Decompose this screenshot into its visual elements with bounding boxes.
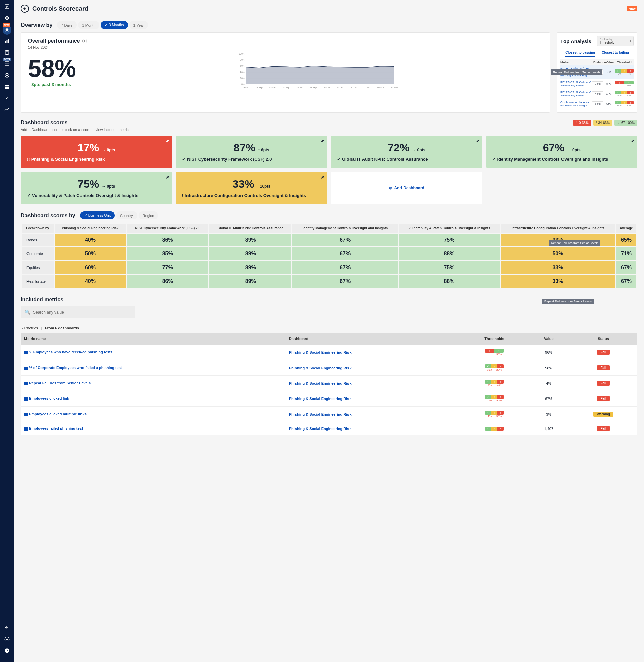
range-pill[interactable]: 1 Month [78,21,100,29]
nav-help-icon[interactable]: ? [4,647,10,654]
metric-value: 1,407 [528,422,570,435]
nav-scorecard-icon[interactable]: NEW [4,26,10,33]
dashboard-link[interactable]: Phishing & Social Engineering Risk [289,381,351,385]
metric-link[interactable]: Employees clicked multiple links [29,412,87,416]
breakdown-cell[interactable]: 67% [293,247,397,260]
range-pill[interactable]: 1 Year [130,21,148,29]
breakdown-cell[interactable]: 89% [209,261,292,274]
ta-metric-link[interactable]: PR.PS-02: % Critical &Vulnerability & Pa… [560,81,591,87]
dashboard-score-card[interactable]: ⬈ 67%→ 0pts ✓Identity Management Control… [486,136,638,168]
metric-icon [24,397,27,401]
dashboard-link[interactable]: Phishing & Social Engineering Risk [289,397,351,401]
top-analysis-tab[interactable]: Closest to passing [565,49,595,57]
svg-rect-10 [5,85,7,86]
dashboard-score-card[interactable]: ⬈ 17%→ 0pts !!Phishing & Social Engineer… [21,136,172,168]
svg-text:40%: 40% [240,71,245,73]
breakdown-cell[interactable]: 88% [399,275,500,288]
open-icon[interactable]: ⬈ [321,138,324,144]
breakdown-filter-pill[interactable]: Country [116,212,137,219]
breakdown-cell[interactable]: 89% [209,247,292,260]
breakdown-cell[interactable]: 77% [127,261,208,274]
nav-target-icon[interactable] [4,72,10,79]
dashboard-score-card[interactable]: ⬈ 87%↑ 6pts ✓NIST Cybersecurity Framewor… [176,136,327,168]
breakdown-cell[interactable]: 89% [209,234,292,246]
ta-row[interactable]: Configuration failuresInfrastructure Con… [560,99,634,109]
breakdown-cell[interactable]: 86% [127,234,208,246]
breakdown-col-header: Vulnerability & Patch Controls Oversight… [399,224,500,233]
metric-link[interactable]: % of Corporate Employees who failed a ph… [29,366,122,370]
ta-metric-link[interactable]: PR.PS-02: % Critical &Vulnerability & Pa… [560,91,591,97]
nav-settings-icon[interactable] [4,636,10,642]
nav-logout-icon[interactable] [4,624,10,631]
svg-text:P: P [6,5,8,8]
ta-threshold: ✓!! 60%80% [615,101,634,107]
dashboard-score-card[interactable]: ⬈ 33%↑ 16pts !Infrastructure Configurati… [176,172,327,204]
dashboard-scores-title: Dashboard scores [21,119,68,126]
breakdown-cell[interactable]: 40% [55,234,126,246]
svg-rect-2 [5,41,6,43]
metric-link[interactable]: % Employees who have received phishing t… [29,350,112,354]
breakdown-cell[interactable]: 67% [293,261,397,274]
nav-bars-icon[interactable] [4,38,10,44]
breakdown-cell[interactable]: 33% [501,275,615,288]
dashboard-score-card[interactable]: ⬈ 75%→ 0pts ✓Vulnerability & Patch Contr… [21,172,172,204]
breakdown-cell[interactable]: 85% [127,247,208,260]
ta-metric-link[interactable]: Configuration failuresInfrastructure Con… [560,101,591,107]
breakdown-cell[interactable]: 86% [127,275,208,288]
range-pill[interactable]: ✓ 3 Months [101,21,128,29]
open-icon[interactable]: ⬈ [166,175,169,180]
nav-check-icon[interactable] [4,95,10,102]
breakdown-cell[interactable]: 75% [399,234,500,246]
breakdown-filter-pill[interactable]: Region [139,212,158,219]
top-analysis-tab[interactable]: Closest to failing [602,49,629,57]
breakdown-cell[interactable]: 67% [616,261,636,274]
breakdown-cell[interactable]: 71% [616,247,636,260]
info-icon[interactable]: i [82,39,87,43]
nav-eye-icon[interactable] [4,15,10,21]
dashboard-link[interactable]: Phishing & Social Engineering Risk [289,351,351,354]
explore-by-select[interactable]: Explore by Threshold [597,36,634,46]
breakdown-cell[interactable]: 65% [616,234,636,246]
search-box[interactable]: 🔍 [21,306,135,318]
breakdown-filter-pill[interactable]: ✓ Business Unit [80,212,115,219]
breakdown-cell[interactable]: 50% [55,247,126,260]
breakdown-cell[interactable]: 60% [55,261,126,274]
breakdown-cell[interactable]: 40% [55,275,126,288]
ta-row[interactable]: PR.PS-02: % Critical &Vulnerability & Pa… [560,79,634,89]
range-pill[interactable]: 7 Days [57,21,76,29]
dashboard-link[interactable]: Phishing & Social Engineering Risk [289,412,351,416]
perf-title: Overall performance [28,38,80,44]
breakdown-cell[interactable]: 67% [616,275,636,288]
metric-link[interactable]: Employees failed phishing test [29,426,83,431]
search-input[interactable] [33,310,131,314]
open-icon[interactable]: ⬈ [476,138,480,144]
breakdown-col-header: NIST Cybersecurity Framework (CSF) 2.0 [127,224,208,233]
metric-link[interactable]: Employees clicked link [29,396,69,400]
breakdown-cell[interactable]: 75% [399,261,500,274]
breakdown-cell[interactable]: 88% [399,247,500,260]
breakdown-cell[interactable]: 67% [293,275,397,288]
nav-db-icon[interactable] [4,49,10,56]
breakdown-row-name: Corporate [22,247,54,260]
breakdown-cell[interactable]: 33% [501,261,615,274]
breakdown-cell[interactable]: 89% [209,275,292,288]
breakdown-cell[interactable]: 50% [501,247,615,260]
dashboard-link[interactable]: Phishing & Social Engineering Risk [289,427,351,431]
nav-trend-icon[interactable] [4,106,10,113]
breakdown-cell[interactable]: 67% [293,234,397,246]
open-icon[interactable]: ⬈ [166,138,169,144]
nav-beta-icon[interactable]: BETA [4,61,10,67]
nav-grid-icon[interactable] [4,83,10,90]
svg-text:13 Oct: 13 Oct [337,86,343,89]
metric-link[interactable]: Repeat Failures from Senior Levels [29,381,91,385]
open-icon[interactable]: ⬈ [631,138,635,144]
dashboard-score-card[interactable]: ⬈ 72%→ 0pts ✓Global IT Audit KPIs: Contr… [331,136,482,168]
add-dashboard-button[interactable]: ⊕Add Dashboard [331,172,482,204]
nav-logo[interactable]: P [4,3,10,10]
metric-row: Repeat Failures from Senior Levels Phish… [21,376,637,391]
ta-row[interactable]: PR.PS-02: % Critical &Vulnerability & Pa… [560,89,634,99]
dashboard-link[interactable]: Phishing & Social Engineering Risk [289,366,351,370]
threshold-bars: ✓!!2%4% [464,380,525,387]
open-icon[interactable]: ⬈ [321,175,324,180]
col-value: Value [528,333,570,345]
